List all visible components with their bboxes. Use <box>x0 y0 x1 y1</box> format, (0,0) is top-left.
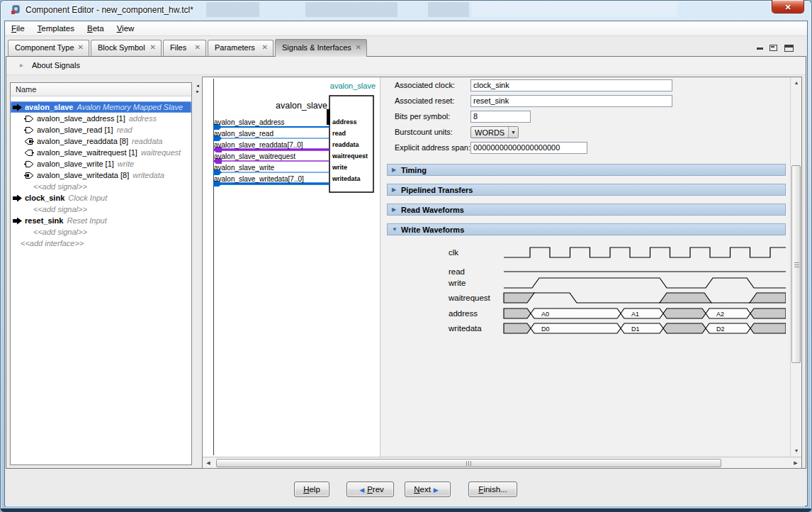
associated-clock-field[interactable]: clock_sink <box>470 79 672 91</box>
tree-item-label: avalon_slaveAvalon Memory Mapped Slave <box>25 101 183 113</box>
interface-port-bar <box>327 109 330 125</box>
block-diagram[interactable]: avalon_slaveavalon_slaveavalon_slave_add… <box>203 77 380 457</box>
minimize-pane-icon[interactable] <box>756 43 764 52</box>
tab-label: Component Type <box>15 43 74 52</box>
horizontal-scrollbar[interactable]: ◀ ▶ <box>203 457 801 468</box>
section-label: Write Waveforms <box>401 225 464 235</box>
menu-templates[interactable]: Templates <box>31 22 81 37</box>
tree-row-add-signal[interactable]: <<add signal>> <box>11 181 191 192</box>
menu-file[interactable]: File <box>5 22 31 37</box>
associated-reset-field[interactable]: reset_sink <box>470 95 672 107</box>
maximize-pane-icon[interactable] <box>784 45 794 52</box>
tab-close-icon[interactable]: ✕ <box>356 43 361 51</box>
menu-bar: FileTemplatesBetaView <box>5 21 807 36</box>
tree-item-type: read <box>117 126 132 134</box>
tree-row-avalon-slave-address-1[interactable]: avalon_slave_address [1]address <box>11 113 191 124</box>
waveform-unknown-region <box>660 293 711 303</box>
tree-row-avalon-slave-waitrequest-1[interactable]: avalon_slave_waitrequest [1]waitrequest <box>11 147 191 158</box>
tree-row-avalon-slave-read-1[interactable]: avalon_slave_read [1]read <box>11 124 191 135</box>
section-timing[interactable]: ▶Timing <box>387 164 786 176</box>
output-port-icon <box>24 126 34 134</box>
finish-button[interactable]: Finish... <box>468 482 517 497</box>
tab-label: Signals & Interfaces <box>282 43 351 52</box>
splitter-collapse-icon[interactable]: ◂ <box>194 83 201 89</box>
tree-row-reset-sink[interactable]: reset_sinkReset Input <box>11 215 191 226</box>
tree-row-avalon-slave[interactable]: avalon_slaveAvalon Memory Mapped Slave <box>11 101 191 113</box>
tree-row-avalon-slave-writedata-8[interactable]: avalon_slave_writedata [8]writedata <box>11 169 191 181</box>
inner-port-name-writedata: writedata <box>332 175 361 182</box>
help-button[interactable]: Help <box>294 482 329 497</box>
output-port-icon <box>24 115 34 123</box>
tree-row-add-signal[interactable]: <<add signal>> <box>11 204 191 215</box>
background-bleed <box>305 2 397 17</box>
float-pane-icon[interactable] <box>769 45 777 51</box>
interface-arrow-icon <box>13 104 23 111</box>
section-label: Timing <box>401 165 427 176</box>
pane-controls <box>756 43 800 53</box>
waveform-unknown-region <box>750 308 786 318</box>
tree-item-type: address <box>129 114 157 123</box>
tab-files[interactable]: Files✕ <box>163 40 206 56</box>
signals-tree[interactable]: Name avalon_slaveAvalon Memory Mapped Sl… <box>10 82 192 465</box>
section-write-waveforms[interactable]: ▼Write Waveforms <box>387 223 786 235</box>
tab-component-type[interactable]: Component Type✕ <box>8 40 89 56</box>
app-icon <box>10 4 21 16</box>
disclosure-triangle-icon[interactable]: ▸ <box>20 61 23 69</box>
splitter[interactable]: ◂ ▸ <box>194 83 201 97</box>
inner-port-name-waitrequest: waitrequest <box>332 152 368 160</box>
button-label: Finish... <box>478 482 507 496</box>
next-button[interactable]: Next▶ <box>405 482 451 497</box>
section-read-waveforms[interactable]: ▶Read Waveforms <box>387 204 786 216</box>
tree-row-avalon-slave-write-1[interactable]: avalon_slave_write [1]write <box>11 158 191 169</box>
burstcount-units-select[interactable]: WORDS▼ <box>470 126 519 138</box>
waveform-bus-segment <box>706 323 750 333</box>
bits-per-symbol-field[interactable]: 8 <box>470 111 531 123</box>
tree-item-type: Reset Input <box>67 216 106 225</box>
tab-close-icon[interactable]: ✕ <box>195 43 201 51</box>
explicit-address-span-field[interactable]: 00000000000000000000 <box>470 142 587 154</box>
tree-row-clock-sink[interactable]: clock_sinkClock Input <box>11 192 191 204</box>
menu-view[interactable]: View <box>111 22 141 37</box>
splitter-expand-icon[interactable]: ▸ <box>194 89 201 94</box>
tab-block-symbol[interactable]: Block Symbol✕ <box>91 40 162 56</box>
port-name-read: avalon_slave_read <box>214 130 274 138</box>
expand-triangle-icon: ▶ <box>392 204 396 215</box>
waveform-bus-value: D0 <box>541 325 550 333</box>
scroll-up-icon[interactable]: ▲ <box>791 77 802 89</box>
vertical-scrollbar[interactable]: ▲ ▼ <box>790 77 801 457</box>
tree-item-label: avalon_slave_waitrequest [1]waitrequest <box>37 147 181 158</box>
scroll-right-icon[interactable]: ▶ <box>790 457 801 469</box>
close-button[interactable]: ✕ <box>772 0 804 13</box>
titlebar[interactable]: Component Editor - new_component_hw.tcl*… <box>4 0 808 21</box>
tab-parameters[interactable]: Parameters✕ <box>208 40 274 56</box>
interface-title-teal: avalon_slave <box>330 82 376 90</box>
tree-row-avalon-slave-readdata-8[interactable]: avalon_slave_readdata [8]readdata <box>11 135 191 147</box>
inner-port-name-write: write <box>332 164 347 171</box>
waveform-bus-value: D2 <box>716 325 725 333</box>
tree-item-label: <<add interface>> <box>21 238 84 249</box>
tab-label: Parameters <box>215 43 255 52</box>
scroll-left-icon[interactable]: ◀ <box>203 457 214 469</box>
vertical-scrollbar-thumb[interactable] <box>791 165 801 363</box>
tab-signals-interfaces[interactable]: Signals & Interfaces✕ <box>275 39 367 57</box>
waveform-signal-address: address <box>449 309 478 318</box>
menu-beta[interactable]: Beta <box>81 22 111 37</box>
scroll-down-icon[interactable]: ▼ <box>791 445 802 457</box>
tab-close-icon[interactable]: ✕ <box>78 43 84 51</box>
tree-row-add-interface[interactable]: <<add interface>> <box>11 238 191 249</box>
button-label: Prev <box>367 482 384 496</box>
waveform-bus-value: D1 <box>631 325 640 333</box>
horizontal-scrollbar-thumb[interactable] <box>216 459 721 467</box>
dropdown-arrow-icon[interactable]: ▼ <box>508 127 518 138</box>
prev-button[interactable]: ◀Prev <box>346 482 394 497</box>
tab-close-icon[interactable]: ✕ <box>262 43 268 51</box>
interface-properties-panel: clkreadwritewaitrequestaddressA0A1A2writ… <box>380 77 790 457</box>
about-signals-strip[interactable]: ▸ About Signals <box>6 57 806 75</box>
section-pipelined-transfers[interactable]: ▶Pipelined Transfers <box>387 184 786 196</box>
tab-close-icon[interactable]: ✕ <box>150 43 156 51</box>
tree-item-label: <<add signal>> <box>33 204 87 215</box>
input-port-icon <box>24 149 34 157</box>
tree-row-add-signal[interactable]: <<add signal>> <box>11 226 191 238</box>
tree-item-type: Avalon Memory Mapped Slave <box>77 103 184 111</box>
tree-header-name[interactable]: Name <box>11 83 191 96</box>
